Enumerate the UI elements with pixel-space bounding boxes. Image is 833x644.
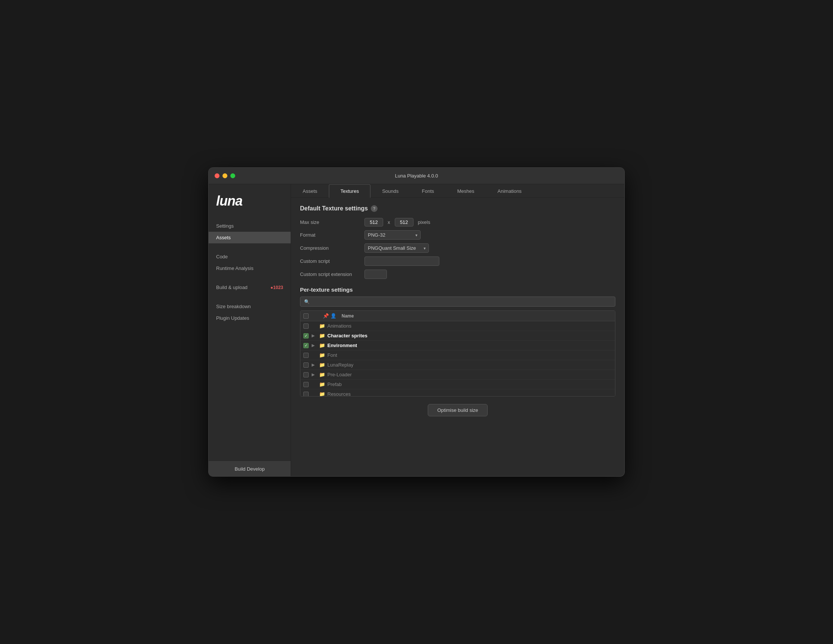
minimize-button[interactable] [222, 173, 227, 178]
sidebar-item-assets[interactable]: Assets [209, 232, 291, 243]
row-name-animations: Animations [327, 323, 615, 329]
row-name-prefab: Prefab [327, 382, 615, 387]
pin-icon[interactable]: 📌 [323, 313, 329, 319]
max-size-width-input[interactable] [365, 218, 383, 226]
folder-icon-lunareplay: 📁 [319, 362, 325, 368]
row-checkbox-resources [301, 392, 312, 397]
tree-row: ▶ 📁 Character sprites [301, 331, 615, 341]
format-select[interactable]: PNG-32 PNG-8 JPEG [365, 230, 421, 239]
header-checkbox-area [301, 313, 312, 319]
expand-character-sprites[interactable]: ▶ [312, 333, 319, 338]
tree-row: ▶ 📁 LunaReplay [301, 360, 615, 370]
folder-icon-prefab: 📁 [319, 382, 325, 387]
max-size-height-input[interactable] [395, 218, 413, 226]
pixels-label: pixels [418, 219, 430, 225]
help-icon[interactable]: ? [371, 205, 378, 212]
expand-environment[interactable]: ▶ [312, 343, 319, 348]
folder-icon-animations: 📁 [319, 323, 325, 329]
nav-divider [209, 243, 291, 251]
tree-header: 📌 👤 Name [301, 311, 615, 321]
search-bar[interactable]: 🔍 [300, 297, 615, 307]
settings-grid: Max size x pixels Format PNG-32 PNG-8 [300, 218, 615, 279]
sidebar-footer: Build Develop [209, 461, 291, 476]
close-button[interactable] [215, 173, 219, 178]
max-size-label: Max size [300, 219, 360, 225]
folder-icon-environment: 📁 [319, 343, 325, 348]
tab-fonts[interactable]: Fonts [410, 184, 446, 198]
build-develop-button[interactable]: Build Develop [209, 461, 291, 476]
compression-select-wrapper: PNGQuant Small Size None PNGQuant Best Q… [365, 243, 429, 253]
file-tree: 📌 👤 Name [300, 310, 615, 397]
traffic-lights [215, 173, 235, 178]
nav-section: Settings Assets Code Runtime Analysis Bu… [209, 217, 291, 461]
checkbox-character-sprites[interactable] [303, 333, 309, 339]
format-row: Format PNG-32 PNG-8 JPEG [300, 230, 615, 239]
tab-assets[interactable]: Assets [291, 184, 329, 198]
checkbox-pre-loader[interactable] [303, 372, 309, 377]
compression-row: Compression PNGQuant Small Size None PNG… [300, 243, 615, 253]
tree-column-name: Name [342, 313, 615, 319]
custom-script-ext-input[interactable] [365, 270, 387, 279]
tree-row: 📁 Resources [301, 389, 615, 396]
row-name-environment: Environment [327, 343, 615, 348]
expand-lunareplay[interactable]: ▶ [312, 363, 319, 367]
custom-script-ext-row: Custom script extension [300, 270, 615, 279]
sidebar-item-size-breakdown[interactable]: Size breakdown [209, 301, 291, 312]
row-name-lunareplay: LunaReplay [327, 362, 615, 368]
filter-icon[interactable]: 👤 [330, 313, 336, 319]
main-panel: Default Texture settings ? Max size x pi… [291, 198, 624, 476]
sidebar-item-plugin-updates[interactable]: Plugin Updates [209, 312, 291, 324]
x-separator: x [388, 219, 390, 225]
per-texture-section: Per-texture settings 🔍 [300, 286, 615, 397]
custom-script-label: Custom script [300, 259, 360, 264]
sidebar: luna Settings Assets Code Runtime Analys… [209, 184, 291, 476]
compression-label: Compression [300, 245, 360, 251]
logo: luna [216, 193, 283, 209]
checkbox-resources[interactable] [303, 392, 309, 397]
max-size-row: Max size x pixels [300, 218, 615, 226]
window-title: Luna Playable 4.0.0 [395, 173, 438, 178]
format-select-wrapper: PNG-32 PNG-8 JPEG [365, 230, 421, 239]
row-checkbox-environment [301, 343, 312, 348]
tree-row: ▶ 📁 Pre-Loader [301, 370, 615, 380]
tabs-bar: Assets Textures Sounds Fonts Meshes Anim… [291, 184, 624, 198]
app-window: Luna Playable 4.0.0 luna Settings Assets… [208, 167, 625, 477]
folder-icon-pre-loader: 📁 [319, 372, 325, 377]
header-checkbox[interactable] [303, 313, 309, 319]
sidebar-item-runtime-analysis[interactable]: Runtime Analysis [209, 262, 291, 274]
row-name-character-sprites: Character sprites [327, 333, 615, 339]
maximize-button[interactable] [230, 173, 235, 178]
build-upload-section[interactable]: Build & upload ●1023 [209, 281, 291, 293]
custom-script-row: Custom script [300, 257, 615, 266]
row-checkbox-prefab [301, 382, 312, 387]
sidebar-item-settings[interactable]: Settings [209, 220, 291, 232]
optimise-build-size-button[interactable]: Optimise build size [428, 404, 487, 416]
sidebar-item-code[interactable]: Code [209, 251, 291, 262]
checkbox-lunareplay[interactable] [303, 363, 309, 368]
tree-header-icons: 📌 👤 [319, 313, 342, 319]
tree-row: 📁 Font [301, 350, 615, 360]
tab-meshes[interactable]: Meshes [446, 184, 486, 198]
compression-select[interactable]: PNGQuant Small Size None PNGQuant Best Q… [365, 243, 429, 253]
tree-body: 📁 Animations ▶ 📁 Character sprites [301, 321, 615, 396]
row-name-font: Font [327, 352, 615, 358]
bottom-actions: Optimise build size [300, 397, 615, 420]
expand-pre-loader[interactable]: ▶ [312, 372, 319, 377]
custom-script-ext-label: Custom script extension [300, 271, 360, 277]
row-name-pre-loader: Pre-Loader [327, 372, 615, 377]
checkbox-prefab[interactable] [303, 382, 309, 387]
custom-script-input[interactable] [365, 257, 439, 266]
folder-icon-resources: 📁 [319, 391, 325, 396]
main-content: Assets Textures Sounds Fonts Meshes Anim… [291, 184, 624, 476]
tab-sounds[interactable]: Sounds [370, 184, 410, 198]
row-checkbox-font [301, 353, 312, 358]
tree-row: 📁 Prefab [301, 380, 615, 389]
tab-animations[interactable]: Animations [486, 184, 533, 198]
checkbox-environment[interactable] [303, 343, 309, 348]
search-input[interactable] [312, 299, 611, 304]
checkbox-font[interactable] [303, 353, 309, 358]
title-bar: Luna Playable 4.0.0 [209, 168, 624, 184]
checkbox-animations[interactable] [303, 323, 309, 329]
tab-textures[interactable]: Textures [329, 184, 370, 198]
per-texture-title: Per-texture settings [300, 286, 615, 293]
